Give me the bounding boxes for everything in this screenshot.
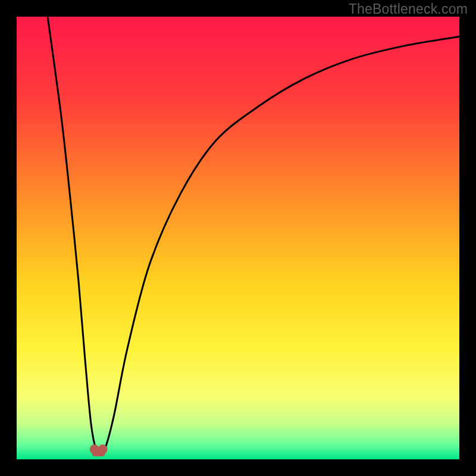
gradient-bg: [17, 17, 459, 459]
chart-svg: [17, 17, 459, 459]
svg-rect-2: [92, 449, 105, 456]
plot-area: [17, 17, 459, 459]
chart-frame: TheBottleneck.com: [0, 0, 476, 476]
watermark-text: TheBottleneck.com: [349, 1, 468, 17]
